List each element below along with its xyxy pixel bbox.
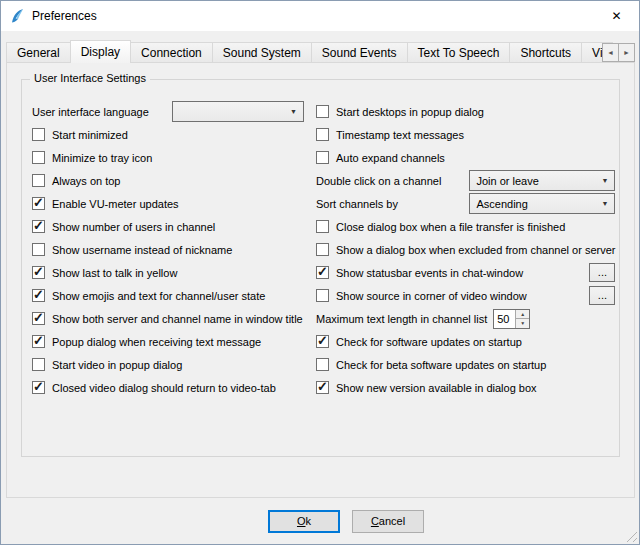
sort-channels-combobox[interactable]: Ascending ▼ [469,193,615,214]
checkbox[interactable] [316,220,329,233]
checkbox[interactable] [32,381,45,394]
titlebar[interactable]: Preferences ✕ [1,1,639,31]
double-click-row: Double click on a channel Join or leave … [316,169,615,192]
label: Start minimized [52,129,128,141]
tab-text-to-speech[interactable]: Text To Speech [407,42,511,62]
option-close-on-transfer-finished[interactable]: Close dialog box when a file transfer is… [316,215,615,238]
checkbox[interactable] [32,289,45,302]
label: Show number of users in channel [52,221,215,233]
statusbar-events-config-button[interactable]: ... [589,263,615,282]
max-text-length-spinner[interactable]: 50 ▲ ▼ [493,309,530,329]
preferences-dialog: Preferences ✕ General Display Connection… [0,0,640,545]
option-video-return-tab[interactable]: Closed video dialog should return to vid… [32,376,304,399]
chevron-down-icon: ▼ [594,177,609,184]
option-minimize-to-tray[interactable]: Minimize to tray icon [32,146,304,169]
sort-channels-value: Ascending [476,198,527,210]
checkbox[interactable] [316,358,329,371]
option-timestamp-messages[interactable]: Timestamp text messages [316,123,615,146]
checkbox[interactable] [316,128,329,141]
double-click-combobox[interactable]: Join or leave ▼ [469,170,615,191]
checkbox[interactable] [32,220,45,233]
tab-general[interactable]: General [6,42,71,62]
tab-shortcuts[interactable]: Shortcuts [509,42,582,62]
user-interface-settings-group: User Interface Settings User interface l… [21,79,620,457]
language-combobox[interactable]: ▼ [172,101,304,122]
label: Show both server and channel name in win… [52,313,303,325]
ok-accel: O [297,515,306,527]
option-excluded-dialog[interactable]: Show a dialog box when excluded from cha… [316,238,615,261]
chevron-down-icon: ▼ [594,200,609,207]
right-column: Start desktops in popup dialog Timestamp… [316,100,615,399]
tab-sound-events[interactable]: Sound Events [311,42,408,62]
option-statusbar-events[interactable]: Show statusbar events in chat-window ... [316,261,615,284]
checkbox[interactable] [32,174,45,187]
spinner-down-button[interactable]: ▼ [516,318,529,328]
close-button[interactable]: ✕ [594,1,639,31]
spinner-up-button[interactable]: ▲ [516,310,529,319]
option-username-instead-nickname[interactable]: Show username instead of nickname [32,238,304,261]
checkbox[interactable] [32,197,45,210]
spinner-buttons: ▲ ▼ [515,310,529,328]
label: Show source in corner of video window [336,290,527,302]
checkbox[interactable] [32,358,45,371]
tab-connection[interactable]: Connection [130,42,213,62]
dialog-buttons: Ok Cancel [1,498,639,544]
checkbox[interactable] [316,243,329,256]
checkbox[interactable] [32,243,45,256]
max-text-length-label: Maximum text length in channel list [316,313,487,325]
option-popup-text-message[interactable]: Popup dialog when receiving text message [32,330,304,353]
option-always-on-top[interactable]: Always on top [32,169,304,192]
checkbox[interactable] [316,381,329,394]
option-check-updates[interactable]: Check for software updates on startup [316,330,615,353]
tab-sound-system[interactable]: Sound System [212,42,312,62]
option-check-beta-updates[interactable]: Check for beta software updates on start… [316,353,615,376]
label: Enable VU-meter updates [52,198,179,210]
language-row: User interface language ▼ [32,100,304,123]
checkbox[interactable] [32,128,45,141]
checkbox[interactable] [316,105,329,118]
sort-channels-row: Sort channels by Ascending ▼ [316,192,615,215]
checkbox[interactable] [32,266,45,279]
option-desktops-popup[interactable]: Start desktops in popup dialog [316,100,615,123]
option-auto-expand-channels[interactable]: Auto expand channels [316,146,615,169]
label: Closed video dialog should return to vid… [52,382,276,394]
label: Show username instead of nickname [52,244,232,256]
label: Show last to talk in yellow [52,267,177,279]
checkbox[interactable] [316,335,329,348]
label: Auto expand channels [336,152,445,164]
ok-button[interactable]: Ok [268,510,340,533]
checkbox[interactable] [32,151,45,164]
tab-scroll-left-button[interactable]: ◄ [602,43,619,62]
option-emojis-text-state[interactable]: Show emojis and text for channel/user st… [32,284,304,307]
option-video-source-corner[interactable]: Show source in corner of video window ..… [316,284,615,307]
option-video-popup-dialog[interactable]: Start video in popup dialog [32,353,304,376]
label: Popup dialog when receiving text message [52,336,261,348]
video-source-config-button[interactable]: ... [589,286,615,305]
left-column: User interface language ▼ Start minimize… [32,100,304,399]
label: Show emojis and text for channel/user st… [52,290,265,302]
option-new-version-dialog[interactable]: Show new version available in dialog box [316,376,615,399]
tab-scroll-right-button[interactable]: ► [618,43,635,62]
option-vu-meter-updates[interactable]: Enable VU-meter updates [32,192,304,215]
option-last-talk-yellow[interactable]: Show last to talk in yellow [32,261,304,284]
window-title: Preferences [32,9,97,23]
cancel-button[interactable]: Cancel [352,510,424,533]
label: Close dialog box when a file transfer is… [336,221,565,233]
checkbox[interactable] [316,151,329,164]
double-click-label: Double click on a channel [316,175,441,187]
label: Show statusbar events in chat-window [336,267,523,279]
label: Show new version available in dialog box [336,382,537,394]
label: Start desktops in popup dialog [336,106,484,118]
option-start-minimized[interactable]: Start minimized [32,123,304,146]
label: Show a dialog box when excluded from cha… [336,244,615,256]
checkbox[interactable] [316,289,329,302]
label: Timestamp text messages [336,129,464,141]
option-show-user-count[interactable]: Show number of users in channel [32,215,304,238]
tab-display[interactable]: Display [70,40,131,63]
label: Always on top [52,175,120,187]
label: Start video in popup dialog [52,359,182,371]
checkbox[interactable] [32,335,45,348]
checkbox[interactable] [32,312,45,325]
option-server-channel-in-title[interactable]: Show both server and channel name in win… [32,307,304,330]
checkbox[interactable] [316,266,329,279]
